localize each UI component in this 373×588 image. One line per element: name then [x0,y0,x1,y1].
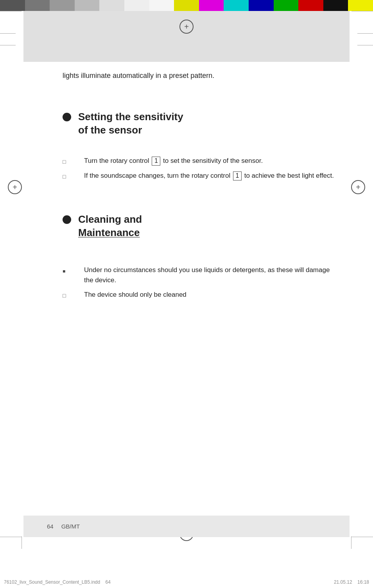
section1-title-text: Setting the sensitivityof the sensor [78,110,183,137]
color-segment-5 [99,0,124,11]
section2-heading: Cleaning andMaintenance [63,213,334,240]
main-content: lights illuminate automatically in a pre… [63,70,334,510]
footer-locale: GB/MT [61,523,80,530]
corner-mark-br-h [351,537,373,537]
list-text-2: If the soundscape changes, turn the rota… [84,171,334,181]
color-segment-4 [75,0,100,11]
filled-square-icon-1 [63,266,65,274]
color-segment-1 [0,0,25,11]
filename-label: 76102_livx_Sound_Sensor_Content_LB5.indd [4,579,100,585]
tick-mark-left-1 [0,33,16,34]
color-segment-yellow [174,0,199,11]
bullet-circle-2 [63,215,71,224]
cleaning-text-1: Under no circumstances should you use li… [84,265,334,286]
hollow-square-icon-1 [63,157,66,165]
tick-mark-left-2 [0,45,16,45]
rotary-control-box-1: 1 [152,157,160,166]
hollow-square-icon-2 [63,172,66,180]
color-segment-black [323,0,348,11]
section1-title: Setting the sensitivityof the sensor [78,110,183,137]
hollow-square-icon-3 [63,291,66,299]
color-segment-cyan [224,0,249,11]
reg-mark-top [179,20,194,34]
reg-mark-mid-left [8,180,22,194]
top-gray-area [23,11,350,62]
color-segment-7 [149,0,174,11]
file-info: 76102_livx_Sound_Sensor_Content_LB5.indd… [4,579,111,585]
cleaning-item-2: The device should only be cleaned [63,290,334,301]
list-marker-2 [63,171,84,182]
corner-mark-tr-h [351,11,373,11]
intro-text: lights illuminate automatically in a pre… [63,70,334,81]
cleaning-item-1: Under no circumstances should you use li… [63,265,334,286]
cleaning-marker-1 [63,265,84,276]
reg-mark-mid-right [351,180,365,194]
list-marker-1 [63,156,84,167]
section2-title-wrapper: Cleaning andMaintenance [78,213,142,240]
section2-title-text: Cleaning andMaintenance [78,213,142,240]
color-bar [0,0,373,11]
rotary-control-box-2: 1 [233,171,242,180]
tick-mark-right-1 [357,33,373,34]
color-segment-yellow2 [348,0,373,11]
corner-mark-tl-h [0,11,22,11]
cleaning-text-2: The device should only be cleaned [84,290,334,300]
corner-mark-br-v [351,536,351,549]
color-segment-3 [50,0,75,11]
corner-mark-bl-v [22,536,22,549]
section1-heading: Setting the sensitivityof the sensor [63,110,334,137]
footer-page-number: 64 [47,523,54,530]
tick-mark-right-2 [357,45,373,45]
file-page: 64 [106,579,111,585]
color-segment-magenta [199,0,224,11]
date-info: 21.05.12 16:18 [334,579,369,585]
color-segment-red [298,0,323,11]
cleaning-marker-2 [63,290,84,301]
color-segment-blue [249,0,274,11]
color-segment-green [274,0,299,11]
list-item-2: If the soundscape changes, turn the rota… [63,171,334,182]
corner-mark-bl-h [0,537,22,537]
color-segment-6 [124,0,149,11]
list-text-1: Turn the rotary control 1 to set the sen… [84,156,334,166]
bullet-circle-1 [63,113,71,121]
file-time: 16:18 [357,579,369,585]
file-date: 21.05.12 [334,579,352,585]
page-footer: 64 GB/MT [23,516,350,537]
list-item-1: Turn the rotary control 1 to set the sen… [63,156,334,167]
color-segment-2 [25,0,50,11]
